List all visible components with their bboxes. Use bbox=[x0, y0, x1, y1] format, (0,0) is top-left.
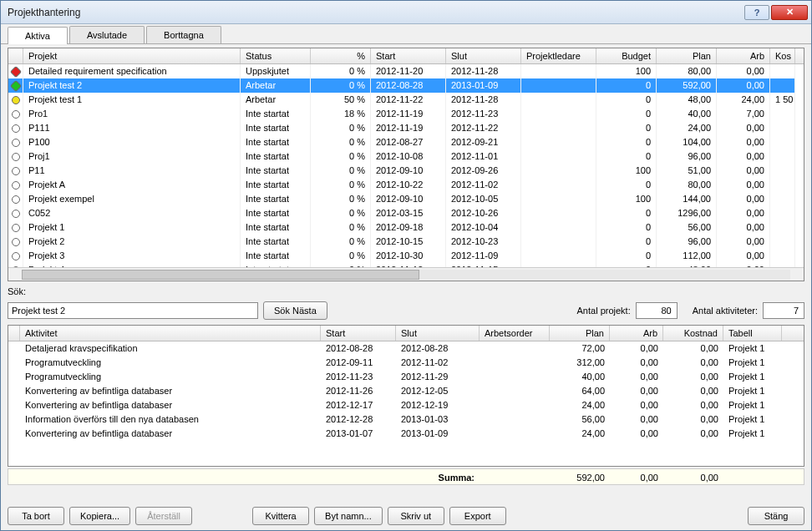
project-row[interactable]: Projekt test 2Arbetar0 %2012-08-282013-0… bbox=[8, 78, 804, 93]
cell-plan: 312,00 bbox=[550, 356, 610, 370]
cell-name: P11 bbox=[23, 164, 241, 178]
cell-pct: 0 % bbox=[311, 64, 371, 78]
tab-borttagna[interactable]: Borttagna bbox=[146, 26, 221, 43]
col2-slut[interactable]: Slut bbox=[396, 326, 480, 341]
col2-plan[interactable]: Plan bbox=[550, 326, 610, 341]
cell-status: Inte startat bbox=[241, 249, 311, 263]
project-row[interactable]: Projekt 3Inte startat0 %2012-10-302012-1… bbox=[8, 249, 804, 263]
copy-button[interactable]: Kopiera... bbox=[69, 507, 130, 525]
cell-budget: 0 bbox=[596, 135, 657, 149]
close-button[interactable]: Stäng bbox=[748, 507, 804, 525]
cell-name: Pro1 bbox=[23, 107, 241, 121]
project-row[interactable]: P111Inte startat0 %2012-11-192012-11-220… bbox=[8, 121, 804, 135]
cell-arb: 0,00 bbox=[717, 192, 770, 206]
search-next-button[interactable]: Sök Nästa bbox=[263, 301, 327, 320]
col2-arb[interactable]: Arb bbox=[610, 326, 663, 341]
cell-plan: 72,00 bbox=[550, 341, 610, 356]
cell-start: 2012-11-26 bbox=[321, 384, 396, 398]
cell-slut: 2012-10-05 bbox=[446, 192, 521, 206]
tab-aktiva[interactable]: Aktiva bbox=[8, 27, 68, 44]
col-projekt[interactable]: Projekt bbox=[23, 48, 241, 63]
col2-tabell[interactable]: Tabell bbox=[723, 326, 782, 341]
cell-kost: 0,00 bbox=[663, 356, 723, 370]
projects-header-row[interactable]: Projekt Status % Start Slut Projektledar… bbox=[8, 48, 804, 64]
project-row[interactable]: P100Inte startat0 %2012-08-272012-09-210… bbox=[8, 135, 804, 149]
cell-tabell: Projekt 1 bbox=[723, 412, 782, 427]
cell-plan: 56,00 bbox=[657, 220, 717, 235]
cell-start: 2013-01-07 bbox=[321, 427, 396, 441]
cell-plan: 104,00 bbox=[657, 135, 717, 149]
project-row[interactable]: Pro1Inte startat18 %2012-11-192012-11-23… bbox=[8, 107, 804, 121]
activity-row[interactable]: Programutveckling2012-11-232012-11-2940,… bbox=[8, 370, 804, 384]
activity-row[interactable]: Programutveckling2012-09-112012-11-02312… bbox=[8, 356, 804, 370]
col2-kostnad[interactable]: Kostnad bbox=[663, 326, 723, 341]
col2-aktivitet[interactable]: Aktivitet bbox=[20, 326, 321, 341]
col-budget[interactable]: Budget bbox=[596, 48, 657, 63]
project-row[interactable]: Proj1Inte startat0 %2012-10-082012-11-01… bbox=[8, 149, 804, 164]
project-row[interactable]: C052Inte startat0 %2012-03-152012-10-260… bbox=[8, 206, 804, 220]
col-slut[interactable]: Slut bbox=[446, 48, 521, 63]
status-icon bbox=[9, 65, 21, 77]
cell-arb: 0,00 bbox=[717, 235, 770, 249]
activity-row[interactable]: Konvertering av befintliga databaser2012… bbox=[8, 398, 804, 412]
activity-row[interactable]: Detaljerad kravspecifikation2012-08-2820… bbox=[8, 341, 804, 356]
cell-activity: Konvertering av befintliga databaser bbox=[20, 398, 321, 412]
cell-kost bbox=[770, 206, 795, 220]
cell-slut: 2012-11-09 bbox=[446, 249, 521, 263]
cell-budget: 100 bbox=[596, 64, 657, 78]
projects-grid[interactable]: Projekt Status % Start Slut Projektledar… bbox=[8, 48, 804, 281]
search-label: Sök: bbox=[8, 286, 804, 296]
cell-name: Projekt test 1 bbox=[23, 93, 241, 107]
cell-name: P100 bbox=[23, 135, 241, 149]
help-button[interactable]: ? bbox=[744, 5, 769, 20]
col2-start[interactable]: Start bbox=[321, 326, 396, 341]
activities-grid[interactable]: Aktivitet Start Slut Arbetsorder Plan Ar… bbox=[8, 325, 804, 467]
activities-header-row[interactable]: Aktivitet Start Slut Arbetsorder Plan Ar… bbox=[8, 326, 804, 341]
titlebar[interactable]: Projekthantering ? ✕ bbox=[1, 1, 811, 24]
projects-hscroll[interactable] bbox=[8, 267, 804, 281]
cell-tabell: Projekt 1 bbox=[723, 427, 782, 441]
col-start[interactable]: Start bbox=[371, 48, 446, 63]
search-input[interactable] bbox=[8, 302, 258, 319]
col2-arbetsorder[interactable]: Arbetsorder bbox=[480, 326, 550, 341]
project-row[interactable]: Projekt test 1Arbetar50 %2012-11-222012-… bbox=[8, 93, 804, 107]
cell-start: 2012-11-19 bbox=[371, 121, 446, 135]
col-arb[interactable]: Arb bbox=[717, 48, 770, 63]
cell-start: 2012-10-08 bbox=[371, 149, 446, 164]
cell-tabell: Projekt 1 bbox=[723, 356, 782, 370]
activity-row[interactable]: Konvertering av befintliga databaser2013… bbox=[8, 427, 804, 441]
cell-plan: 112,00 bbox=[657, 249, 717, 263]
export-button[interactable]: Export bbox=[449, 507, 506, 525]
delete-button[interactable]: Ta bort bbox=[8, 507, 64, 525]
col-kost[interactable]: Kos bbox=[770, 48, 795, 63]
close-window-button[interactable]: ✕ bbox=[771, 5, 808, 20]
project-row[interactable]: P11Inte startat0 %2012-09-102012-09-2610… bbox=[8, 164, 804, 178]
cell-arb: 0,00 bbox=[717, 121, 770, 135]
tab-avslutade[interactable]: Avslutade bbox=[69, 26, 145, 43]
cell-start: 2012-11-23 bbox=[321, 370, 396, 384]
activity-count-value: 7 bbox=[763, 302, 804, 319]
rename-button[interactable]: Byt namn... bbox=[314, 507, 383, 525]
project-row[interactable]: Projekt exempelInte startat0 %2012-09-10… bbox=[8, 192, 804, 206]
cell-kost bbox=[770, 249, 795, 263]
col-pct[interactable]: % bbox=[311, 48, 371, 63]
cell-start: 2012-10-22 bbox=[371, 178, 446, 192]
cell-start: 2012-08-27 bbox=[371, 135, 446, 149]
col-ledare[interactable]: Projektledare bbox=[521, 48, 596, 63]
cell-arb: 0,00 bbox=[717, 249, 770, 263]
col-status[interactable]: Status bbox=[241, 48, 311, 63]
activity-row[interactable]: Information överförs till den nya databa… bbox=[8, 412, 804, 427]
receipt-button[interactable]: Kvittera bbox=[252, 507, 309, 525]
project-row[interactable]: Projekt 2Inte startat0 %2012-10-152012-1… bbox=[8, 235, 804, 249]
activity-row[interactable]: Konvertering av befintliga databaser2012… bbox=[8, 384, 804, 398]
project-row[interactable]: Projekt AInte startat0 %2012-10-222012-1… bbox=[8, 178, 804, 192]
status-icon bbox=[12, 96, 20, 104]
col-plan[interactable]: Plan bbox=[657, 48, 717, 63]
cell-kost bbox=[770, 220, 795, 235]
project-row[interactable]: Detailed requirement specificationUppskj… bbox=[8, 64, 804, 78]
cell-slut: 2013-01-09 bbox=[396, 427, 480, 441]
cell-ledare bbox=[521, 235, 596, 249]
project-row[interactable]: Projekt 1Inte startat0 %2012-09-182012-1… bbox=[8, 220, 804, 235]
print-button[interactable]: Skriv ut bbox=[388, 507, 444, 525]
cell-slut: 2012-11-01 bbox=[446, 149, 521, 164]
